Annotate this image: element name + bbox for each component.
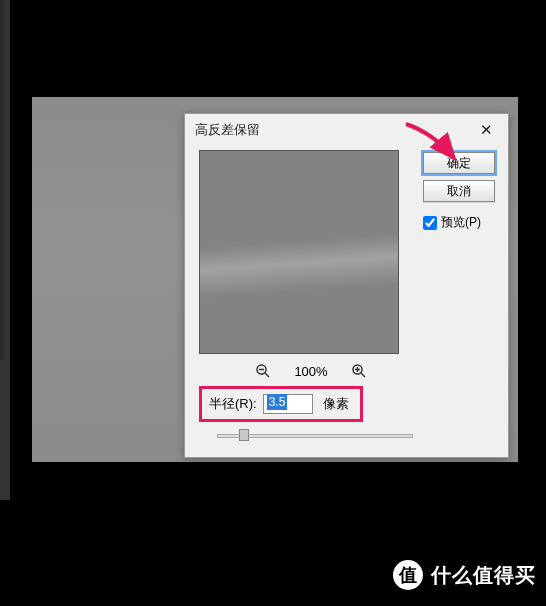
- svg-line-4: [361, 373, 365, 377]
- preview-checkbox-row[interactable]: 预览(P): [423, 214, 498, 231]
- svg-line-1: [265, 373, 269, 377]
- zoom-out-icon[interactable]: [254, 362, 272, 380]
- radius-slider[interactable]: [217, 428, 413, 444]
- close-icon[interactable]: ✕: [472, 119, 500, 141]
- dialog-titlebar: 高反差保留 ✕: [185, 114, 508, 146]
- radius-row-highlight: 半径(R): 3.5 像素: [199, 386, 363, 422]
- radius-input[interactable]: 3.5: [263, 394, 313, 414]
- toolbar-strip: [0, 0, 4, 360]
- zoom-level: 100%: [294, 364, 327, 379]
- slider-thumb[interactable]: [239, 429, 249, 441]
- watermark-badge: 值: [393, 560, 423, 590]
- radius-unit: 像素: [323, 395, 349, 413]
- dialog-title: 高反差保留: [195, 121, 472, 139]
- preview-label: 预览(P): [441, 214, 481, 231]
- filter-preview[interactable]: [199, 150, 399, 354]
- cancel-button[interactable]: 取消: [423, 180, 495, 202]
- watermark: 值 什么值得买: [393, 560, 536, 590]
- high-pass-dialog: 高反差保留 ✕ 100% 半径(R): 3.5 像素: [184, 113, 509, 458]
- ok-button[interactable]: 确定: [423, 152, 495, 174]
- radius-label: 半径(R):: [209, 395, 257, 413]
- preview-checkbox[interactable]: [423, 216, 437, 230]
- zoom-in-icon[interactable]: [350, 362, 368, 380]
- watermark-text: 什么值得买: [431, 562, 536, 589]
